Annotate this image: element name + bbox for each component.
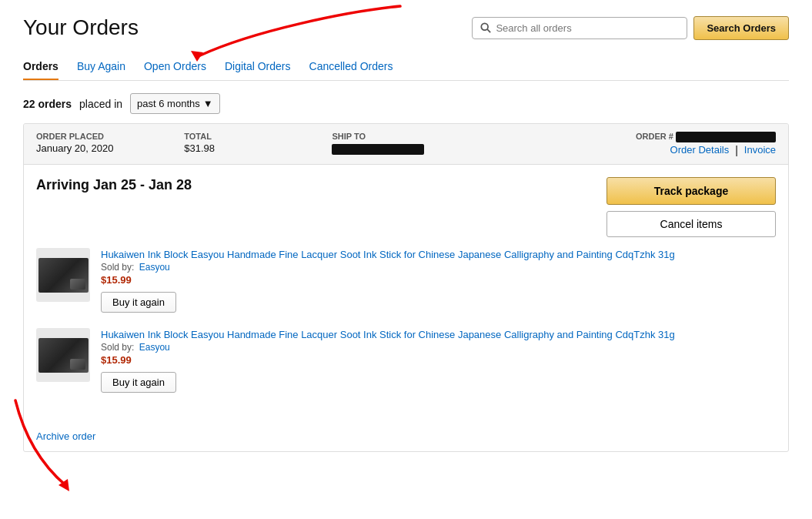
product-item: Hukaiwen Ink Block Easyou Handmade Fine … <box>36 248 776 313</box>
track-package-button[interactable]: Track package <box>606 177 776 205</box>
product-thumbnail-2 <box>38 338 89 373</box>
archive-order-link[interactable]: Archive order <box>36 430 95 442</box>
order-ship-value <box>332 142 480 155</box>
page-header: Your Orders Search Orders <box>23 15 789 40</box>
product-thumbnail-1 <box>38 258 89 293</box>
order-ship-col: SHIP TO <box>332 132 480 155</box>
product-info-2: Hukaiwen Ink Block Easyou Handmade Fine … <box>101 328 776 393</box>
order-header: ORDER PLACED January 20, 2020 TOTAL $31.… <box>24 124 788 165</box>
search-icon <box>480 22 491 33</box>
sold-by-2: Sold by: Easyou <box>101 342 776 353</box>
svg-point-0 <box>482 23 489 30</box>
order-num-redacted <box>676 132 776 142</box>
product-info-1: Hukaiwen Ink Block Easyou Handmade Fine … <box>101 248 776 313</box>
tab-open-orders[interactable]: Open Orders <box>144 54 206 80</box>
order-body: Arriving Jan 25 - Jan 28 Track package C… <box>24 165 788 420</box>
orders-count: 22 orders <box>23 98 72 110</box>
tab-digital-orders[interactable]: Digital Orders <box>225 54 291 80</box>
placed-in-label: placed in <box>79 98 122 110</box>
order-num-label: ORDER # <box>480 132 776 142</box>
buy-again-button-2[interactable]: Buy it again <box>101 372 176 393</box>
invoice-link[interactable]: Invoice <box>744 144 776 156</box>
order-ship-label: SHIP TO <box>332 132 480 141</box>
archive-section: Archive order <box>24 420 788 451</box>
order-placed-label: ORDER PLACED <box>36 132 184 141</box>
product-title-1[interactable]: Hukaiwen Ink Block Easyou Handmade Fine … <box>101 249 675 260</box>
tabs-nav: Orders Buy Again Open Orders Digital Ord… <box>23 54 789 81</box>
order-actions: Track package Cancel items <box>606 177 776 237</box>
tab-orders[interactable]: Orders <box>23 54 58 80</box>
seller-link-1[interactable]: Easyou <box>139 262 170 273</box>
product-price-2: $15.99 <box>101 354 776 366</box>
order-links: Order Details | Invoice <box>480 144 776 156</box>
period-select[interactable]: past 6 months ▼ <box>130 93 220 114</box>
arriving-header: Arriving Jan 25 - Jan 28 Track package C… <box>36 177 776 237</box>
sold-by-1: Sold by: Easyou <box>101 262 776 273</box>
search-box <box>472 17 687 39</box>
tab-buy-again[interactable]: Buy Again <box>77 54 125 80</box>
search-orders-button[interactable]: Search Orders <box>693 16 789 40</box>
page-title: Your Orders <box>23 15 139 40</box>
link-divider: | <box>735 144 738 156</box>
ship-to-redacted <box>332 144 424 155</box>
order-card: ORDER PLACED January 20, 2020 TOTAL $31.… <box>23 123 789 452</box>
product-item-2: Hukaiwen Ink Block Easyou Handmade Fine … <box>36 328 776 393</box>
order-total-col: TOTAL $31.98 <box>184 132 332 154</box>
search-area: Search Orders <box>472 16 789 40</box>
order-placed-value: January 20, 2020 <box>36 142 184 154</box>
product-image-1 <box>36 248 90 302</box>
product-image-2 <box>36 328 90 382</box>
svg-line-1 <box>488 29 491 32</box>
order-placed-col: ORDER PLACED January 20, 2020 <box>36 132 184 154</box>
orders-summary: 22 orders placed in past 6 months ▼ <box>23 93 789 114</box>
order-total-value: $31.98 <box>184 142 332 154</box>
cancel-items-button[interactable]: Cancel items <box>606 211 776 237</box>
chevron-down-icon: ▼ <box>203 98 213 109</box>
arriving-title: Arriving Jan 25 - Jan 28 <box>36 177 192 193</box>
order-total-label: TOTAL <box>184 132 332 141</box>
product-title-2[interactable]: Hukaiwen Ink Block Easyou Handmade Fine … <box>101 329 675 340</box>
order-num-col: ORDER # Order Details | Invoice <box>480 132 776 156</box>
order-details-link[interactable]: Order Details <box>670 144 730 156</box>
seller-link-2[interactable]: Easyou <box>139 342 170 353</box>
buy-again-button-1[interactable]: Buy it again <box>101 292 176 313</box>
tab-cancelled-orders[interactable]: Cancelled Orders <box>309 54 393 80</box>
search-input[interactable] <box>496 22 679 34</box>
product-price-1: $15.99 <box>101 274 776 286</box>
